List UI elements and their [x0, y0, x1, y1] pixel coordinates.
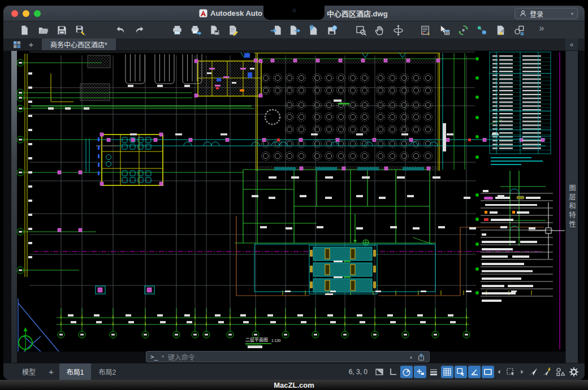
object-snap-tracking-icon[interactable] [414, 366, 426, 378]
previous-icons-arrow[interactable] [495, 366, 503, 378]
open-icon[interactable] [37, 24, 49, 36]
traffic-lights [11, 10, 41, 17]
workspace-shapes-icon[interactable] [554, 366, 567, 378]
notes-panel [481, 190, 553, 302]
quick-select-icon[interactable] [438, 24, 451, 36]
selection-cycling-icon[interactable] [504, 366, 517, 378]
panel-vertical-label: 图层和特性 [567, 184, 577, 229]
save-online-icon[interactable] [326, 24, 338, 36]
annotation-visibility-icon[interactable] [527, 366, 539, 378]
edit-drawing-icon[interactable] [227, 24, 239, 36]
left-edge-strip [11, 51, 17, 363]
count-icon[interactable] [513, 24, 525, 36]
share-icon[interactable] [417, 353, 425, 361]
copy-layout-icon[interactable] [208, 24, 220, 36]
login-caret-icon: ▾ [571, 11, 573, 16]
point-style-icon[interactable] [475, 24, 488, 36]
north-arrow [18, 298, 59, 352]
start-tab-grid-icon[interactable] [10, 38, 24, 50]
angle-snap-icon[interactable] [468, 366, 481, 378]
window-title-left: Autodesk Auto [185, 9, 262, 18]
green-dots [475, 57, 479, 294]
fullscreen-button[interactable] [34, 10, 41, 17]
grid-display-icon[interactable] [441, 366, 453, 378]
toolbar: » [3, 21, 585, 38]
auto-annotation-icon[interactable] [541, 366, 553, 378]
person-icon [519, 10, 527, 18]
orbit-icon[interactable] [392, 24, 404, 36]
attach-icon[interactable] [307, 24, 319, 36]
next-icons-arrow[interactable] [518, 366, 526, 378]
title-text-right: 中心西区酒店.dwg [327, 8, 388, 19]
save-icon[interactable] [55, 24, 68, 36]
new-drawing-tab-button[interactable]: + [24, 38, 38, 50]
camera-dot [292, 8, 296, 12]
titlebar: Autodesk Auto 中心西区酒店.dwg 登录 ▾ [3, 6, 585, 21]
title-text-left: Autodesk Auto [210, 9, 262, 18]
dynamic-input-icon[interactable] [482, 366, 494, 378]
login-label: 登录 [530, 9, 543, 19]
settings-gear-icon[interactable] [568, 366, 580, 378]
plan-title-block: 二层平面图 1:130 [245, 337, 281, 348]
watermark-bar: MacZL.com [0, 380, 588, 390]
login-button[interactable]: 登录 ▾ [514, 8, 578, 19]
zoom-window-icon[interactable] [354, 24, 367, 36]
close-button[interactable] [11, 10, 18, 17]
coordinates-readout: 6, 3, 0 [349, 368, 368, 376]
model-tab[interactable]: 模型 [15, 363, 43, 380]
app-window: Autodesk Auto 中心西区酒店.dwg 登录 ▾ [3, 6, 585, 380]
undo-icon[interactable] [114, 24, 127, 36]
command-history-icon[interactable]: ▴ [410, 354, 412, 359]
geolocation-icon[interactable] [457, 24, 469, 36]
toolbar-more-icon[interactable]: » [535, 23, 548, 33]
pan-icon[interactable] [373, 24, 386, 36]
legend-table [490, 52, 551, 165]
new-drawing-icon[interactable] [18, 24, 31, 36]
watermark-text: MacZL.com [274, 381, 314, 389]
layout2-tab[interactable]: 布局2 [91, 363, 123, 380]
ortho-mode-icon[interactable] [387, 366, 399, 378]
isolate-objects-icon[interactable] [373, 366, 386, 378]
object-snap-icon[interactable] [455, 366, 467, 378]
banquet-tables [262, 74, 433, 161]
status-bar: 模型 + 布局1 布局2 6, 3, 0 [3, 363, 585, 380]
print-icon[interactable] [171, 24, 183, 36]
export-icon[interactable] [288, 24, 301, 36]
autocad-app-icon [199, 9, 207, 18]
batch-plot-icon[interactable] [189, 24, 202, 36]
import-icon[interactable] [270, 24, 282, 36]
plan-scale: 1:130 [271, 339, 281, 343]
tabbar-collapse-icon[interactable]: « [565, 38, 578, 50]
redo-icon[interactable] [133, 24, 145, 36]
command-prompt-caret-icon[interactable]: ▾ [162, 354, 164, 359]
drawing-canvas[interactable]: 二层平面图 1:130 [17, 51, 565, 352]
drawing-tab-bar: + 商务中心西区酒店* « [3, 38, 585, 51]
layers-properties-panel-strip[interactable]: 图层和特性 [565, 51, 578, 363]
main-area: 二层平面图 1:130 图层和特性 [3, 51, 585, 363]
layer-properties-icon[interactable] [420, 24, 432, 36]
minimize-button[interactable] [23, 10, 29, 17]
add-layout-button[interactable]: + [43, 363, 59, 380]
command-prompt-icon: >_ [150, 353, 158, 361]
purge-icon[interactable] [494, 24, 507, 36]
lineweight-display-icon[interactable] [427, 366, 440, 378]
polar-tracking-icon[interactable] [400, 366, 413, 378]
cad-drawing[interactable]: 二层平面图 1:130 [17, 51, 565, 352]
save-as-icon[interactable] [74, 24, 87, 36]
drawing-tab[interactable]: 商务中心西区酒店* [42, 38, 116, 50]
command-bar[interactable]: >_ ▾ 键入命令 ▴ [146, 351, 430, 362]
layout1-tab[interactable]: 布局1 [59, 363, 92, 380]
command-input[interactable]: 键入命令 [168, 352, 195, 362]
plan-title: 二层平面图 [245, 337, 268, 343]
camera-notch [263, 6, 325, 20]
dimension-texts [28, 68, 535, 323]
